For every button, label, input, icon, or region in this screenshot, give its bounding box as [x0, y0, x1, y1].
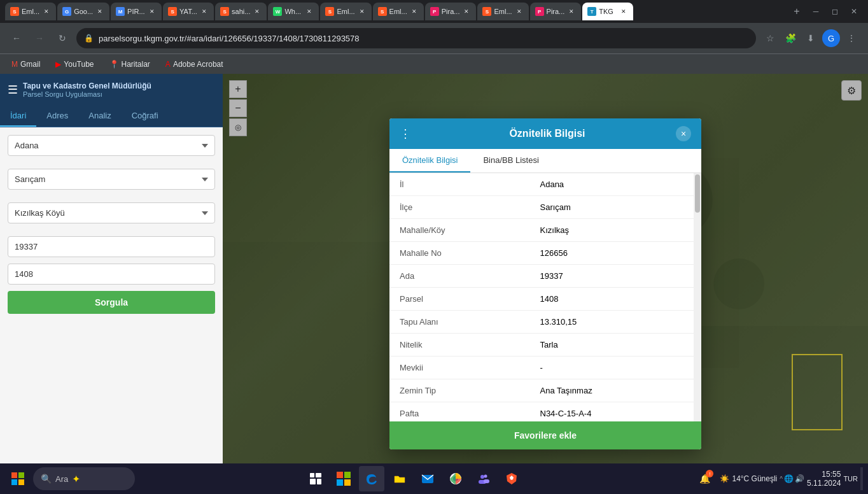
- hamburger-icon[interactable]: ☰: [8, 83, 18, 97]
- svg-point-22: [484, 475, 487, 478]
- tab-analiz[interactable]: Analiz: [78, 106, 121, 127]
- tab-bar: S Eml... ✕ G Goo... ✕ M PIR... ✕ S YAT..…: [0, 0, 868, 23]
- browser-tab-10[interactable]: S Eml... ✕: [477, 3, 528, 20]
- lock-icon: 🔒: [84, 34, 94, 43]
- forward-button[interactable]: →: [31, 29, 48, 47]
- taskbar-time[interactable]: 15:55 5.11.2024: [807, 470, 841, 488]
- browser-tab-2[interactable]: G Goo... ✕: [57, 3, 109, 20]
- close-button[interactable]: ✕: [845, 3, 863, 20]
- tab-close-icon[interactable]: ✕: [148, 7, 157, 16]
- tab-close-icon[interactable]: ✕: [95, 7, 104, 16]
- scroll-thumb[interactable]: [695, 174, 700, 213]
- bookmark-haritalar[interactable]: 📍 Haritalar: [106, 59, 154, 70]
- tab-idari[interactable]: İdari: [0, 106, 36, 127]
- modal-footer: Favorilere ekle: [389, 421, 701, 449]
- field-value: Tarla: [530, 334, 702, 356]
- chevron-icon[interactable]: ^: [780, 476, 783, 483]
- browser-tab-3[interactable]: M PIR... ✕: [111, 3, 162, 20]
- tab-close-icon[interactable]: ✕: [358, 7, 367, 16]
- explorer-button[interactable]: [387, 466, 412, 491]
- tab-close-icon[interactable]: ✕: [42, 7, 51, 16]
- notification-icon[interactable]: 🔔 !: [692, 466, 717, 491]
- field-label: İlçe: [389, 196, 530, 219]
- weather-widget[interactable]: ☀️ 14°C Güneşli: [720, 474, 777, 483]
- bookmark-acrobat[interactable]: A Adobe Acrobat: [162, 59, 227, 70]
- tab-close-icon[interactable]: ✕: [305, 7, 314, 16]
- ada-input[interactable]: [8, 236, 215, 257]
- sorgula-button[interactable]: Sorgula: [8, 291, 215, 314]
- tab-title: Pira...: [547, 8, 565, 15]
- browser-tab-1[interactable]: S Eml... ✕: [5, 3, 56, 20]
- browser-tab-5[interactable]: S sahi... ✕: [215, 3, 267, 20]
- browser-tab-11[interactable]: P Pira... ✕: [530, 3, 582, 20]
- tab-oznitelik[interactable]: Öznitelik Bilgisi: [389, 149, 470, 173]
- field-label: Tapu Alanı: [389, 311, 530, 334]
- language-indicator: TUR: [843, 475, 858, 483]
- browser-tab-7[interactable]: S Eml... ✕: [320, 3, 371, 20]
- browser-tab-4[interactable]: S YAT... ✕: [163, 3, 214, 20]
- star-icon[interactable]: ☆: [761, 29, 779, 47]
- tab-close-icon[interactable]: ✕: [515, 7, 524, 16]
- browser-tab-8[interactable]: S Eml... ✕: [373, 3, 424, 20]
- extension-icon[interactable]: 🧩: [781, 29, 799, 47]
- start2-button[interactable]: [331, 466, 356, 491]
- bookmark-gmail[interactable]: M Gmail: [8, 59, 44, 70]
- menu-icon[interactable]: ⋮: [843, 29, 860, 47]
- taskbar-search[interactable]: 🔍 Ara ✦: [33, 467, 135, 490]
- form-area: Adana Sarıçam Kızılkaş Köyü Sorgula: [0, 127, 223, 474]
- new-tab-button[interactable]: +: [788, 3, 806, 20]
- download-icon[interactable]: ⬇: [802, 29, 820, 47]
- tab-close-icon[interactable]: ✕: [619, 7, 628, 16]
- show-desktop-button[interactable]: [860, 467, 863, 490]
- bookmark-youtube[interactable]: ▶ YouTube: [52, 59, 97, 70]
- reload-button[interactable]: ↻: [53, 29, 71, 47]
- tab-close-icon[interactable]: ✕: [200, 7, 209, 16]
- browser-tab-6[interactable]: W Wh... ✕: [268, 3, 319, 20]
- il-select[interactable]: Adana: [8, 135, 215, 156]
- svg-rect-7: [18, 472, 24, 478]
- ilce-select[interactable]: Sarıçam: [8, 169, 215, 190]
- mahalle-select[interactable]: Kızılkaş Köyü: [8, 202, 215, 223]
- start-button[interactable]: [5, 466, 31, 491]
- edge-button[interactable]: [359, 466, 384, 491]
- taskview-button[interactable]: [303, 466, 328, 491]
- browser-tab-12[interactable]: T TKG ✕: [582, 3, 633, 20]
- scroll-track[interactable]: [694, 173, 701, 421]
- tab-cografi[interactable]: Coğrafi: [122, 106, 169, 127]
- map-background: + − ◎ ⚙ © HGM Atlas, TKGM Ortofoto © TKG…: [223, 74, 868, 494]
- back-button[interactable]: ←: [8, 29, 25, 47]
- address-bar[interactable]: 🔒 parselsorgu.tkgm.gov.tr/#ara/idari/126…: [76, 28, 756, 48]
- tab-close-icon[interactable]: ✕: [253, 7, 262, 16]
- svg-rect-6: [11, 472, 17, 478]
- search-icon: 🔍: [41, 474, 52, 484]
- modal-menu-icon[interactable]: ⋮: [400, 127, 411, 141]
- map-icon: 📍: [109, 60, 119, 69]
- volume-icon[interactable]: 🔊: [795, 474, 804, 483]
- tab-adres[interactable]: Adres: [36, 106, 78, 127]
- mail-button[interactable]: [415, 466, 440, 491]
- brave-button[interactable]: [499, 466, 524, 491]
- restore-button[interactable]: ◻: [826, 3, 844, 20]
- browser-tab-9[interactable]: P Pira... ✕: [425, 3, 477, 20]
- network-icon[interactable]: 🌐: [784, 474, 794, 483]
- svg-rect-24: [484, 479, 489, 483]
- field-value: 13.310,15: [530, 311, 702, 334]
- map-area: + − ◎ ⚙ © HGM Atlas, TKGM Ortofoto © TKG…: [223, 74, 868, 494]
- profile-icon[interactable]: G: [822, 29, 840, 47]
- sparkle-icon: ✦: [72, 473, 80, 485]
- tab-bina[interactable]: Bina/BB Listesi: [470, 149, 551, 173]
- chrome-button[interactable]: [443, 466, 468, 491]
- parsel-input[interactable]: [8, 264, 215, 285]
- field-value: Sarıçam: [530, 196, 702, 219]
- sidebar-header: ☰ Tapu ve Kadastro Genel Müdürlüğü Parse…: [0, 74, 223, 106]
- tab-close-icon[interactable]: ✕: [410, 7, 419, 16]
- tab-close-icon[interactable]: ✕: [567, 7, 576, 16]
- modal-close-button[interactable]: ×: [676, 126, 691, 141]
- teams-button[interactable]: [471, 466, 496, 491]
- info-row-2: Mahalle/Köy Kızılkaş: [389, 219, 701, 242]
- modal-overlay: ⋮ Öznitelik Bilgisi × Öznitelik Bilgisi …: [223, 74, 868, 494]
- favorilere-button[interactable]: Favorilere ekle: [389, 421, 701, 449]
- info-row-9: Zemin Tip Ana Taşınmaz: [389, 379, 701, 402]
- minimize-button[interactable]: ─: [807, 3, 825, 20]
- tab-close-icon[interactable]: ✕: [462, 7, 471, 16]
